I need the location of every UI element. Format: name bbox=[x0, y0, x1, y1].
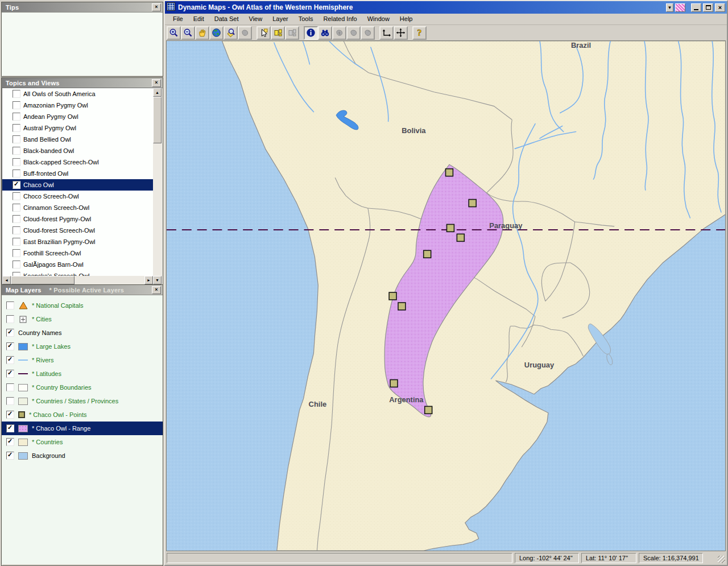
topic-checkbox[interactable] bbox=[13, 147, 20, 155]
topic-checkbox[interactable] bbox=[13, 204, 20, 212]
topic-checkbox[interactable] bbox=[13, 238, 20, 246]
topic-row[interactable]: East Brazilian Pygmy-Owl bbox=[2, 236, 153, 247]
menu-edit[interactable]: Edit bbox=[188, 14, 209, 24]
menu-layer[interactable]: Layer bbox=[267, 14, 293, 24]
layer-row[interactable]: Country Names bbox=[2, 326, 163, 340]
minimize-button[interactable] bbox=[691, 3, 701, 12]
menu-file[interactable]: File bbox=[168, 14, 188, 24]
close-button[interactable]: × bbox=[715, 3, 725, 12]
layer-row[interactable]: * National Capitals bbox=[2, 299, 163, 312]
tips-title-bar[interactable]: Tips × bbox=[2, 2, 163, 12]
layer-checkbox[interactable] bbox=[6, 315, 14, 323]
vertical-scrollbar-thumb[interactable] bbox=[153, 97, 162, 143]
topic-checkbox[interactable] bbox=[13, 135, 20, 143]
topic-checkbox[interactable] bbox=[13, 113, 20, 121]
scroll-right-icon[interactable]: ► bbox=[144, 276, 153, 284]
full-extent-globe-button[interactable] bbox=[209, 26, 224, 40]
zoom-active-layer-button[interactable] bbox=[224, 26, 238, 40]
owl-point-marker[interactable] bbox=[469, 200, 476, 207]
layer-row[interactable]: * Latitudes bbox=[2, 367, 163, 381]
menu-window[interactable]: Window bbox=[362, 14, 395, 24]
pan-hand-button[interactable] bbox=[195, 26, 209, 40]
owl-point-marker[interactable] bbox=[446, 169, 453, 176]
close-icon[interactable]: × bbox=[152, 286, 161, 294]
pointer-select-button[interactable] bbox=[257, 26, 271, 40]
help-button[interactable]: ? bbox=[412, 26, 427, 40]
menu-related-info[interactable]: Related Info bbox=[318, 14, 362, 24]
zoom-in-button[interactable] bbox=[167, 26, 181, 40]
layer-checkbox[interactable] bbox=[6, 452, 14, 460]
topic-row[interactable]: Cloud-forest Pygmy-Owl bbox=[2, 213, 153, 225]
topic-row[interactable]: All Owls of South America bbox=[2, 88, 153, 100]
topic-row[interactable]: GalÃjpagos Barn-Owl bbox=[2, 259, 153, 270]
topic-checkbox[interactable] bbox=[13, 249, 20, 257]
topic-checkbox[interactable] bbox=[13, 90, 20, 98]
find-binoculars-button[interactable] bbox=[318, 26, 332, 40]
topics-title-bar[interactable]: Topics and Views × bbox=[2, 78, 163, 88]
topic-row[interactable]: Black-capped Screech-Owl bbox=[2, 156, 153, 168]
menu-help[interactable]: Help bbox=[395, 14, 418, 24]
measure-axes-button[interactable] bbox=[379, 26, 394, 40]
owl-point-marker[interactable] bbox=[446, 224, 454, 232]
pattern-button[interactable] bbox=[675, 3, 685, 12]
topics-vertical-scrollbar[interactable]: ▲ ▼ bbox=[153, 88, 162, 284]
horizontal-scrollbar-thumb[interactable] bbox=[11, 276, 75, 284]
topic-checkbox[interactable] bbox=[13, 101, 20, 109]
layer-checkbox[interactable] bbox=[6, 301, 14, 309]
layer-checkbox[interactable] bbox=[6, 342, 14, 350]
topic-row[interactable]: Koepcke's Screech-Owl bbox=[2, 270, 153, 276]
topic-checkbox[interactable] bbox=[13, 215, 20, 223]
layer-row[interactable]: * Chaco Owl - Range bbox=[2, 422, 163, 435]
layer-row[interactable]: Background bbox=[2, 449, 163, 462]
topic-checkbox[interactable] bbox=[13, 170, 20, 177]
topic-row[interactable]: Choco Screech-Owl bbox=[2, 191, 153, 202]
close-icon[interactable]: × bbox=[152, 79, 161, 87]
topic-row[interactable]: Foothill Screech-Owl bbox=[2, 247, 153, 259]
topic-row[interactable]: Amazonian Pygmy Owl bbox=[2, 100, 153, 111]
topic-checkbox[interactable] bbox=[13, 181, 20, 189]
menu-tools[interactable]: Tools bbox=[293, 14, 318, 24]
layer-checkbox[interactable] bbox=[6, 370, 14, 378]
horizontal-scrollbar-track[interactable] bbox=[75, 276, 144, 284]
scroll-down-icon[interactable]: ▼ bbox=[153, 276, 162, 284]
identify-info-button[interactable] bbox=[304, 26, 318, 40]
menu-view[interactable]: View bbox=[244, 14, 268, 24]
map-canvas[interactable]: BrazilBoliviaParaguayUruguayChileArgenti… bbox=[166, 40, 726, 551]
pan-arrows-button[interactable] bbox=[394, 26, 408, 40]
select-features-button[interactable] bbox=[271, 26, 285, 40]
topic-checkbox[interactable] bbox=[13, 158, 20, 166]
topic-row[interactable]: Cinnamon Screech-Owl bbox=[2, 202, 153, 213]
topic-row[interactable]: Band Bellied Owl bbox=[2, 134, 153, 145]
topic-checkbox[interactable] bbox=[13, 192, 20, 200]
scroll-up-icon[interactable]: ▲ bbox=[153, 88, 162, 97]
topic-row[interactable]: Austral Pygmy Owl bbox=[2, 122, 153, 134]
owl-point-marker[interactable] bbox=[398, 303, 406, 310]
scroll-left-icon[interactable]: ◄ bbox=[2, 276, 11, 284]
close-icon[interactable]: × bbox=[152, 3, 161, 11]
topic-checkbox[interactable] bbox=[13, 261, 20, 268]
topic-row[interactable]: Black-banded Owl bbox=[2, 145, 153, 156]
owl-point-marker[interactable] bbox=[389, 292, 396, 300]
owl-point-marker[interactable] bbox=[425, 406, 432, 414]
layers-title-bar[interactable]: Map Layers * Possible Active Layers × bbox=[2, 285, 163, 295]
layer-row[interactable]: * Countries bbox=[2, 435, 163, 449]
layer-row[interactable]: * Countries / States / Provinces bbox=[2, 394, 163, 408]
layer-checkbox[interactable] bbox=[6, 438, 14, 446]
topic-row[interactable]: Chaco Owl bbox=[2, 179, 153, 191]
layer-checkbox[interactable] bbox=[6, 356, 14, 364]
layer-row[interactable]: * Country Boundaries bbox=[2, 381, 163, 394]
topics-horizontal-scrollbar[interactable]: ◄ ► bbox=[2, 276, 153, 284]
window-title-bar[interactable]: Dynamic Maps - Owl Atlas of the Western … bbox=[165, 1, 727, 14]
maximize-button[interactable] bbox=[703, 3, 713, 12]
layer-row[interactable]: * Cities bbox=[2, 312, 163, 326]
resize-grip[interactable] bbox=[718, 556, 725, 563]
menu-data-set[interactable]: Data Set bbox=[209, 14, 244, 24]
layer-checkbox[interactable] bbox=[6, 329, 14, 337]
layer-row[interactable]: * Rivers bbox=[2, 353, 163, 367]
layer-checkbox[interactable] bbox=[6, 397, 14, 405]
layer-checkbox[interactable] bbox=[6, 383, 14, 391]
owl-point-marker[interactable] bbox=[424, 250, 431, 258]
topic-checkbox[interactable] bbox=[13, 226, 20, 234]
topic-checkbox[interactable] bbox=[13, 272, 20, 276]
topic-checkbox[interactable] bbox=[13, 124, 20, 132]
